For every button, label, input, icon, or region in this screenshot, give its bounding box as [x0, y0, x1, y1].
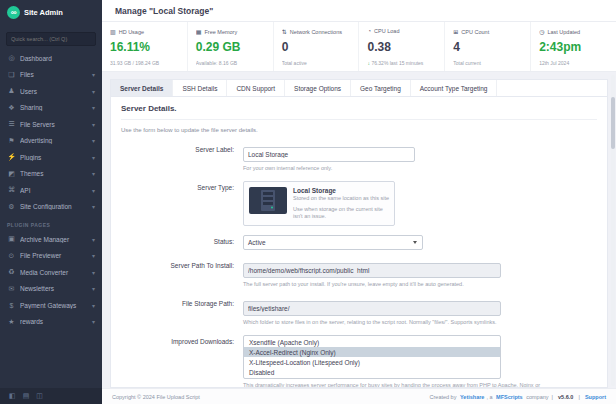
sidebar-item-payment-gateways[interactable]: $ Payment Gateways: [0, 297, 102, 314]
file-storage-path-label: File Storage Path:: [121, 297, 243, 326]
tab-storage-options[interactable]: Storage Options: [285, 80, 351, 96]
sidebar-nav: ◎ Dashboard ❏ Files ♟ Users ❖ Sharing ☰ …: [0, 50, 102, 388]
version-text: v5.6.0: [558, 394, 573, 400]
option-x-litespeed-location[interactable]: X-Litespeed-Location (Litespeed Only): [244, 357, 500, 367]
sidebar-item-rewards[interactable]: ★ rewards: [0, 314, 102, 331]
section-help: Use the form below to update the file se…: [121, 127, 597, 133]
plugin-pages-header: PLUGIN PAGES: [0, 215, 102, 231]
sidebar-item-label: Media Converter: [20, 269, 88, 276]
server-path-input[interactable]: [243, 263, 501, 278]
server-type-option-local-storage[interactable]: Local Storage Stored on the same locatio…: [243, 181, 395, 226]
tab-cdn-support[interactable]: CDN Support: [227, 80, 285, 96]
gear-icon: ⚙: [7, 203, 16, 211]
brand-name: Site Admin: [24, 8, 63, 17]
stat-cpu-count: ⊞CPU Count 4 Total current: [445, 22, 531, 71]
scrollbar-track[interactable]: [611, 75, 615, 386]
users-icon: ♟: [7, 87, 16, 95]
layout-toggle-icon[interactable]: ◧: [9, 392, 16, 400]
yetishare-link[interactable]: Yetishare: [460, 394, 484, 400]
content-area: Server Details SSH Details CDN Support S…: [102, 72, 616, 388]
server-label-row: Server Label: For your own internal refe…: [121, 143, 597, 172]
status-select[interactable]: Active: [243, 235, 423, 250]
layout-rows-icon[interactable]: ▤: [23, 392, 30, 400]
server-stats-bar: ▥HD Usage 16.11% 31.93 GB / 198.24 GB ▦F…: [102, 22, 616, 72]
stat-sub: ↓ 76.32% last 15 minutes: [367, 60, 436, 66]
envelope-icon: ✉: [7, 285, 16, 293]
layout-columns-icon[interactable]: ◫: [36, 392, 43, 400]
sidebar-item-users[interactable]: ♟ Users: [0, 83, 102, 100]
convert-icon: ♻: [7, 268, 16, 276]
chevron-down-icon: [92, 285, 95, 292]
stat-label: Last Updated: [547, 29, 580, 35]
support-link[interactable]: Support: [585, 394, 606, 400]
sidebar-item-label: Archive Manager: [20, 236, 88, 243]
sidebar-item-file-previewer[interactable]: ⊙ File Previewer: [0, 248, 102, 265]
file-storage-path-row: File Storage Path: Which folder to store…: [121, 297, 597, 326]
sidebar-item-archive-manager[interactable]: ▣ Archive Manager: [0, 231, 102, 248]
tab-server-details[interactable]: Server Details: [111, 80, 173, 96]
chevron-down-icon: [92, 71, 95, 78]
server-label-input[interactable]: [243, 147, 415, 162]
star-icon: ★: [7, 318, 16, 326]
stat-value: 16.11%: [110, 41, 179, 54]
archive-icon: ▣: [7, 235, 16, 243]
server-details-card: Server Details. Use the form below to up…: [110, 97, 608, 388]
sidebar-item-themes[interactable]: ◩ Themes: [0, 166, 102, 183]
main-area: Manage "Local Storage" ▥HD Usage 16.11% …: [102, 0, 616, 404]
sidebar-item-label: Payment Gateways: [20, 302, 88, 309]
stat-label: Free Memory: [205, 29, 238, 35]
preview-icon: ⊙: [7, 252, 16, 260]
chevron-down-icon: [92, 187, 95, 194]
section-title: Server Details.: [121, 104, 597, 120]
improved-downloads-row: Improved Downloads: Xsendfile (Apache On…: [121, 335, 597, 388]
stat-sub: 12th Jul 2024: [539, 60, 608, 66]
server-type-label: Server Type:: [121, 181, 243, 226]
tab-geo-targeting[interactable]: Geo Targeting: [351, 80, 411, 96]
sidebar-item-media-converter[interactable]: ♻ Media Converter: [0, 264, 102, 281]
chevron-down-icon: [92, 88, 95, 95]
chevron-down-icon: [92, 203, 95, 210]
sidebar-item-api[interactable]: ⌘ API: [0, 182, 102, 199]
chevron-down-icon: [92, 104, 95, 111]
stat-sub: 31.93 GB / 198.24 GB: [110, 60, 179, 66]
sidebar-footer: ◧ ▤ ◫: [0, 388, 102, 404]
tab-ssh-details[interactable]: SSH Details: [173, 80, 227, 96]
stat-value: 0.29 GB: [196, 41, 265, 54]
sidebar-item-site-configuration[interactable]: ⚙ Site Configuration: [0, 199, 102, 216]
stat-label: CPU Load: [374, 28, 399, 34]
sidebar-item-plugins[interactable]: ⚡ Plugins: [0, 149, 102, 166]
stat-label: HD Usage: [119, 29, 144, 35]
chevron-down-icon: [92, 318, 95, 325]
sidebar-item-sharing[interactable]: ❖ Sharing: [0, 100, 102, 117]
file-storage-path-input[interactable]: [243, 301, 501, 316]
file-storage-path-help: Which folder to store files in on the se…: [243, 319, 543, 326]
stat-cpu-load: ◔CPU Load 0.38 ↓ 76.32% last 15 minutes: [359, 22, 445, 71]
server-image: [249, 187, 287, 220]
server-type-row: Server Type: Local Storage Stored on the…: [121, 181, 597, 226]
sidebar-item-dashboard[interactable]: ◎ Dashboard: [0, 50, 102, 67]
server-path-label: Server Path To Install:: [121, 259, 243, 288]
stat-label: Network Connections: [290, 29, 342, 35]
chevron-down-icon: [413, 241, 417, 244]
option-xsendfile[interactable]: Xsendfile (Apache Only): [244, 337, 500, 347]
status-selected-value: Active: [248, 239, 266, 246]
tab-account-type-targeting[interactable]: Account Type Targeting: [411, 80, 498, 96]
search-input[interactable]: [6, 32, 96, 46]
sidebar-item-label: Users: [20, 88, 88, 95]
api-icon: ⌘: [7, 186, 16, 194]
sidebar-item-newsletters[interactable]: ✉ Newsletters: [0, 281, 102, 298]
server-type-desc: Use when storage on the current site isn…: [293, 206, 389, 220]
sidebar-item-advertising[interactable]: ⚑ Advertising: [0, 133, 102, 150]
improved-downloads-listbox[interactable]: Xsendfile (Apache Only) X-Accel-Redirect…: [243, 335, 501, 379]
chevron-down-icon: [92, 302, 95, 309]
option-x-accel-redirect[interactable]: X-Accel-Redirect (Nginx Only): [244, 347, 500, 357]
chevron-down-icon: [92, 252, 95, 259]
improved-downloads-label: Improved Downloads:: [121, 335, 243, 388]
stat-last-updated: ◷Last Updated 2:43pm 12th Jul 2024: [531, 22, 616, 71]
copyright-text: Copyright © 2024 File Upload Script: [112, 394, 200, 400]
mfscripts-link[interactable]: MFScripts: [496, 394, 523, 400]
option-disabled[interactable]: Disabled: [244, 367, 500, 377]
sidebar-item-files[interactable]: ❏ Files: [0, 67, 102, 84]
scrollbar-thumb[interactable]: [611, 97, 615, 149]
sidebar-item-file-servers[interactable]: ☰ File Servers: [0, 116, 102, 133]
